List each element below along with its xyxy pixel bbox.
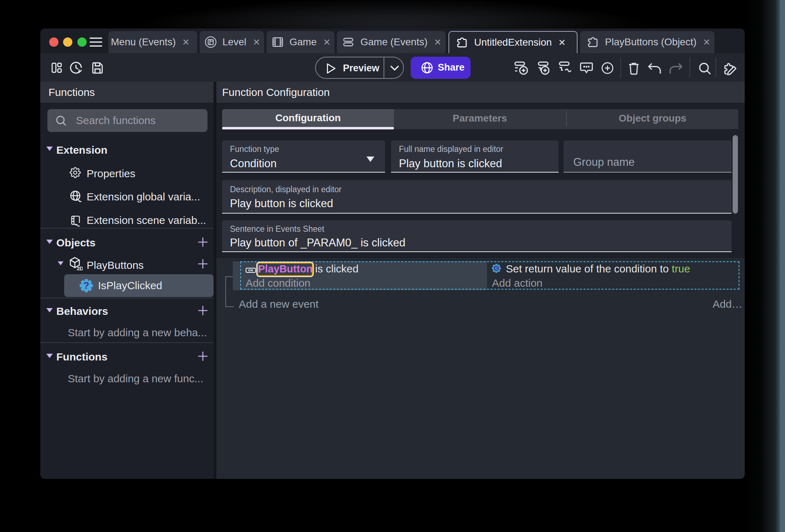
svg-text:?: ?	[83, 280, 89, 291]
svg-text:2D: 2D	[77, 266, 83, 271]
